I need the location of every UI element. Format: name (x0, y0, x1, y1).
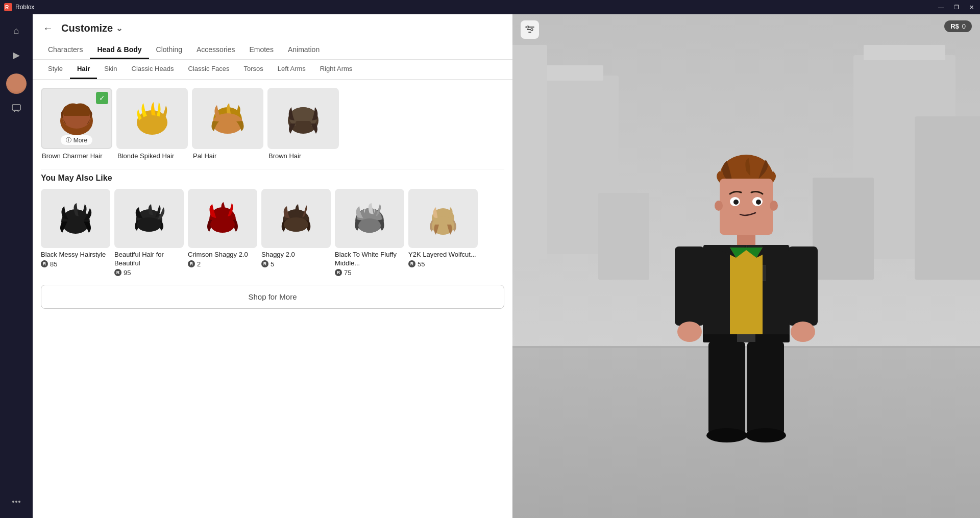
svg-point-65 (527, 26, 529, 28)
svg-point-21 (284, 217, 308, 232)
tab-clothing[interactable]: Clothing (149, 41, 189, 59)
nav-chat-button[interactable] (6, 98, 27, 118)
rec-item-y2k-wolfcut[interactable]: Y2K Layered Wolfcut... R 55 (408, 189, 478, 277)
rec-thumb-crimson-shaggy[interactable] (188, 189, 257, 248)
rec-price-y2k-wolfcut: R 55 (408, 260, 478, 268)
nav-home-button[interactable]: ⌂ (6, 20, 27, 41)
price-value: 75 (344, 269, 351, 277)
window-controls: — ❐ ✕ (936, 3, 976, 12)
nav-avatar-button[interactable] (6, 73, 27, 94)
hair-item-blonde-spiked[interactable]: Blonde Spiked Hair (116, 88, 188, 161)
equipped-hair-grid: ✓ ⓘ More Brown Charmer Hair (41, 88, 504, 161)
svg-point-24 (358, 218, 381, 233)
svg-point-43 (756, 200, 761, 205)
robux-icon: R (114, 269, 121, 276)
hair-thumb-pal[interactable] (192, 88, 263, 149)
nav-more-button[interactable] (6, 491, 27, 512)
section-divider (41, 169, 504, 169)
svg-rect-39 (720, 179, 773, 235)
rec-thumb-black-white-fluffy[interactable] (335, 189, 404, 248)
rec-price-black-messy: R 85 (41, 260, 110, 268)
subtab-hair[interactable]: Hair (70, 60, 97, 79)
rec-thumb-y2k-wolfcut[interactable] (408, 189, 478, 248)
maximize-button[interactable]: ❐ (952, 3, 961, 12)
svg-rect-58 (708, 342, 745, 434)
tab-accessories[interactable]: Accessories (189, 41, 242, 59)
svg-rect-30 (864, 45, 945, 60)
hair-item-pal[interactable]: Pal Hair (192, 88, 263, 161)
hair-thumb-brown[interactable] (267, 88, 339, 149)
main-tabs: Characters Head & Body Clothing Accessor… (41, 41, 504, 59)
subtab-classic-heads[interactable]: Classic Heads (125, 60, 181, 79)
price-value: 2 (197, 260, 201, 268)
tab-animation[interactable]: Animation (281, 41, 327, 59)
close-button[interactable]: ✕ (967, 3, 976, 12)
rec-thumb-beautiful-hair[interactable] (114, 189, 184, 248)
subtab-left-arms[interactable]: Left Arms (271, 60, 313, 79)
subtab-torsos[interactable]: Torsos (237, 60, 271, 79)
left-navigation: ⌂ ▶ (0, 14, 33, 518)
more-badge[interactable]: ⓘ More (61, 135, 92, 145)
app-name: Roblox (15, 4, 34, 11)
app-logo: R Roblox (4, 3, 34, 11)
recommendations-title: You May Also Like (41, 174, 504, 183)
subtab-right-arms[interactable]: Right Arms (313, 60, 360, 79)
rec-thumb-shaggy[interactable] (261, 189, 331, 248)
svg-rect-2 (12, 105, 20, 110)
hair-thumb-blonde-spiked[interactable] (116, 88, 188, 149)
tab-characters[interactable]: Characters (41, 41, 90, 59)
rec-price-black-white-fluffy: R 75 (335, 269, 404, 277)
shop-for-more-button[interactable]: Shop for More (41, 285, 504, 309)
tab-head-body[interactable]: Head & Body (90, 41, 149, 59)
nav-play-button[interactable]: ▶ (6, 45, 27, 65)
minimize-button[interactable]: — (936, 3, 946, 12)
svg-text:R: R (5, 5, 9, 10)
price-value: 95 (124, 269, 131, 277)
price-value: 85 (50, 260, 57, 268)
title-chevron[interactable]: ⌄ (116, 23, 122, 33)
robux-badge[interactable]: R$ 0 (944, 20, 972, 32)
svg-rect-54 (788, 246, 818, 326)
filter-button[interactable] (521, 20, 539, 39)
panel-content: ✓ ⓘ More Brown Charmer Hair (33, 80, 512, 518)
titlebar: R Roblox — ❐ ✕ (0, 0, 980, 14)
rec-label-black-messy: Black Messy Hairstyle (41, 251, 110, 259)
svg-point-17 (137, 217, 161, 232)
robux-icon: R (261, 260, 268, 267)
hair-label-brown-charmer: Brown Charmer Hair (41, 152, 112, 161)
robux-badge-icon: R$ (950, 22, 959, 30)
rec-item-black-white-fluffy[interactable]: Black To White Fluffy Middle... R 75 (335, 189, 404, 277)
rec-label-crimson-shaggy: Crimson Shaggy 2.0 (188, 251, 257, 259)
svg-point-3 (15, 501, 17, 503)
black-messy-icon (55, 199, 96, 237)
recommendations-grid: Black Messy Hairstyle R 85 (41, 189, 504, 277)
rec-item-beautiful-hair[interactable]: Beautiful Hair for Beautiful R 95 (114, 189, 184, 277)
rec-item-black-messy[interactable]: Black Messy Hairstyle R 85 (41, 189, 110, 277)
subtab-style[interactable]: Style (41, 60, 70, 79)
panel-header: ← Customize ⌄ Characters Head & Body Clo… (33, 14, 512, 60)
pal-hair-icon (205, 98, 251, 139)
brown-charmer-icon (54, 98, 100, 139)
svg-point-44 (715, 201, 723, 211)
svg-point-42 (733, 200, 739, 205)
rec-thumb-black-messy[interactable] (41, 189, 110, 248)
svg-point-55 (791, 322, 815, 342)
rec-label-shaggy: Shaggy 2.0 (261, 251, 331, 259)
rec-price-crimson-shaggy: R 2 (188, 260, 257, 268)
tab-emotes[interactable]: Emotes (242, 41, 280, 59)
hair-label-pal: Pal Hair (192, 152, 263, 161)
subtab-skin[interactable]: Skin (97, 60, 124, 79)
hair-item-brown[interactable]: Brown Hair (267, 88, 339, 161)
character-3d-model (619, 120, 874, 518)
price-value: 5 (271, 260, 274, 268)
subtab-classic-faces[interactable]: Classic Faces (181, 60, 237, 79)
svg-rect-51 (766, 253, 790, 337)
selected-checkmark: ✓ (96, 92, 108, 104)
back-button[interactable]: ← (41, 20, 55, 36)
rec-item-crimson-shaggy[interactable]: Crimson Shaggy 2.0 R 2 (188, 189, 257, 277)
hair-item-brown-charmer[interactable]: ✓ ⓘ More Brown Charmer Hair (41, 88, 112, 161)
black-white-fluffy-icon (349, 199, 390, 237)
blonde-spiked-icon (129, 98, 175, 139)
rec-item-shaggy[interactable]: Shaggy 2.0 R 5 (261, 189, 331, 277)
hair-thumb-brown-charmer[interactable]: ✓ ⓘ More (41, 88, 112, 149)
